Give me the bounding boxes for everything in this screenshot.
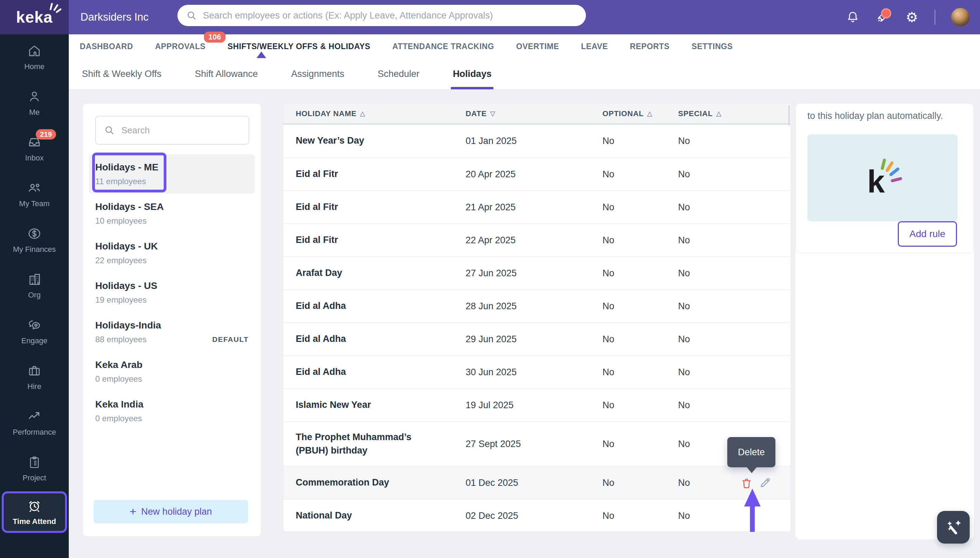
- table-row[interactable]: The Prophet Muhammad’s (PBUH) birthday 2…: [283, 421, 791, 466]
- holiday-name-cell: Eid al Adha: [296, 299, 465, 313]
- holiday-name-cell: National Day: [296, 509, 465, 522]
- nav-tab-label: REPORTS: [630, 42, 669, 51]
- add-rule-button[interactable]: Add rule: [898, 221, 957, 247]
- subnav-tab[interactable]: Shift Allowance: [195, 58, 258, 89]
- keka-k-logo-icon: k: [857, 155, 908, 200]
- table-row[interactable]: Eid al Adha 29 Jun 2025 No No: [283, 322, 791, 355]
- nav-tab[interactable]: LEAVE: [581, 42, 608, 51]
- holiday-name-cell: The Prophet Muhammad’s (PBUH) birthday: [296, 430, 465, 457]
- settings-button[interactable]: ⚙: [905, 10, 919, 24]
- nav-tab-label: SHIFTS/WEEKLY OFFS & HOLIDAYS: [228, 42, 370, 51]
- optional-cell: No: [602, 301, 678, 312]
- global-search[interactable]: [178, 5, 586, 26]
- notifications-button[interactable]: [846, 10, 860, 24]
- date-cell: 01 Jan 2025: [465, 136, 602, 146]
- table-row[interactable]: Islamic New Year 19 Jul 2025 No No: [283, 388, 791, 421]
- nav-tab-label: LEAVE: [581, 42, 608, 51]
- holiday-plan-item[interactable]: Keka India 0 employees: [89, 391, 255, 431]
- holiday-plan-item[interactable]: Holidays - US 19 employees: [89, 273, 255, 312]
- special-cell: No: [678, 268, 747, 279]
- table-row[interactable]: Eid al Fitr 20 Apr 2025 No No: [283, 158, 791, 190]
- nav-tab[interactable]: DASHBOARD: [80, 42, 133, 51]
- sidebar-item-label: Engage: [21, 336, 48, 345]
- holiday-plan-item[interactable]: Holidays - ME 11 employees: [89, 154, 255, 194]
- date-cell: 28 Jun 2025: [465, 301, 602, 312]
- sidebar-item[interactable]: 219 Inbox: [0, 126, 69, 171]
- holiday-name-cell: Eid al Adha: [296, 332, 465, 346]
- table-row[interactable]: Eid al Fitr 21 Apr 2025 No No: [283, 190, 791, 223]
- holiday-name-cell: Eid al Fitr: [296, 233, 465, 247]
- optional-cell: No: [602, 439, 678, 450]
- sort-icon[interactable]: △: [360, 110, 365, 118]
- holiday-name-cell: New Year’s Day: [296, 134, 465, 148]
- main-nav: DASHBOARD APPROVALS 106 SHIFTS/WEEKLY OF…: [69, 34, 980, 58]
- subnav-tab[interactable]: Scheduler: [378, 58, 419, 89]
- new-holiday-plan-button[interactable]: + New holiday plan: [94, 500, 248, 523]
- nav-tab-label: ATTENDANCE TRACKING: [392, 42, 494, 51]
- special-cell: No: [678, 510, 747, 521]
- avatar[interactable]: [951, 8, 970, 26]
- assistant-fab-button[interactable]: [937, 511, 970, 543]
- column-header[interactable]: HOLIDAY NAME △: [296, 109, 465, 118]
- sidebar-item[interactable]: Project: [0, 446, 69, 491]
- column-header[interactable]: OPTIONAL △: [602, 109, 678, 118]
- nav-tab[interactable]: ATTENDANCE TRACKING: [392, 42, 494, 51]
- sidebar-item[interactable]: My Team: [0, 171, 69, 217]
- special-cell: No: [678, 334, 747, 345]
- keka-logo[interactable]: keka: [0, 0, 69, 34]
- nav-tab-label: OVERTIME: [516, 42, 559, 51]
- table-row[interactable]: Eid al Fitr 22 Apr 2025 No No: [283, 223, 791, 256]
- top-bar: Darksiders Inc ⚙: [69, 0, 980, 34]
- subnav-tab[interactable]: Shift & Weekly Offs: [82, 58, 162, 89]
- app-window: keka Darksiders Inc: [0, 0, 980, 558]
- sort-icon[interactable]: ▽: [490, 110, 495, 118]
- table-row[interactable]: Eid al Adha 28 Jun 2025 No No: [283, 289, 791, 322]
- holiday-plan-item[interactable]: Holidays-India 88 employees DEFAULT: [89, 312, 255, 352]
- table-header: HOLIDAY NAME △ DATE ▽ OPTIONAL △ SPECIAL…: [283, 103, 791, 125]
- sort-icon[interactable]: △: [716, 110, 722, 118]
- sort-icon[interactable]: △: [647, 110, 652, 118]
- nav-tab[interactable]: SHIFTS/WEEKLY OFFS & HOLIDAYS: [228, 42, 370, 51]
- table-row[interactable]: National Day 02 Dec 2025 No No: [283, 499, 791, 532]
- holidays-table: HOLIDAY NAME △ DATE ▽ OPTIONAL △ SPECIAL…: [283, 103, 791, 532]
- table-row[interactable]: Eid al Adha 30 Jun 2025 No No: [283, 355, 791, 388]
- special-cell: No: [678, 202, 747, 213]
- holiday-plan-item[interactable]: Holidays - UK 22 employees: [89, 233, 255, 273]
- whats-new-button[interactable]: [875, 10, 889, 24]
- nav-tab[interactable]: APPROVALS 106: [155, 42, 206, 51]
- column-header[interactable]: DATE ▽: [465, 109, 602, 118]
- sidebar-item[interactable]: Time Attend: [2, 491, 67, 533]
- special-cell: No: [678, 301, 747, 312]
- table-row[interactable]: Arafat Day 27 Jun 2025 No No: [283, 256, 791, 289]
- sidebar-item[interactable]: Performance: [0, 400, 69, 446]
- global-search-input[interactable]: [202, 10, 577, 21]
- sidebar-item-label: Hire: [28, 382, 41, 391]
- holiday-plan-item[interactable]: Keka Arab 0 employees: [89, 352, 255, 391]
- sidebar-item-label: Performance: [13, 428, 56, 437]
- holiday-plan-item[interactable]: Holidays - SEA 10 employees: [89, 194, 255, 233]
- optional-cell: No: [602, 367, 678, 377]
- plan-search[interactable]: [95, 116, 249, 144]
- plan-search-input[interactable]: [121, 125, 240, 136]
- sidebar-item[interactable]: My Finances: [0, 217, 69, 263]
- delete-holiday-button[interactable]: [740, 476, 753, 489]
- holiday-plans-panel: Holidays - ME 11 employees Holidays - SE…: [82, 103, 261, 537]
- table-row[interactable]: New Year’s Day 01 Jan 2025 No No: [283, 125, 791, 158]
- sidebar-item[interactable]: Hire: [0, 354, 69, 400]
- edit-holiday-button[interactable]: [758, 476, 772, 489]
- nav-tab[interactable]: SETTINGS: [692, 42, 733, 51]
- holiday-name-cell: Eid al Adha: [296, 365, 465, 379]
- sidebar-item[interactable]: Org: [0, 263, 69, 309]
- table-row[interactable]: Commemoration Day 01 Dec 2025 No No: [283, 466, 791, 499]
- subnav-tab[interactable]: Assignments: [291, 58, 345, 89]
- sidebar-item[interactable]: Me: [0, 80, 69, 126]
- sidebar-item[interactable]: Engage: [0, 309, 69, 354]
- subnav-tab[interactable]: Holidays: [453, 58, 492, 89]
- sidebar-item[interactable]: Home: [0, 34, 69, 80]
- sidebar-item-label: Inbox: [25, 154, 44, 162]
- table-scrollbar-thumb[interactable]: [788, 105, 790, 126]
- column-header[interactable]: SPECIAL △: [678, 109, 747, 118]
- special-cell: No: [678, 367, 747, 377]
- nav-tab[interactable]: REPORTS: [630, 42, 669, 51]
- nav-tab[interactable]: OVERTIME: [516, 42, 559, 51]
